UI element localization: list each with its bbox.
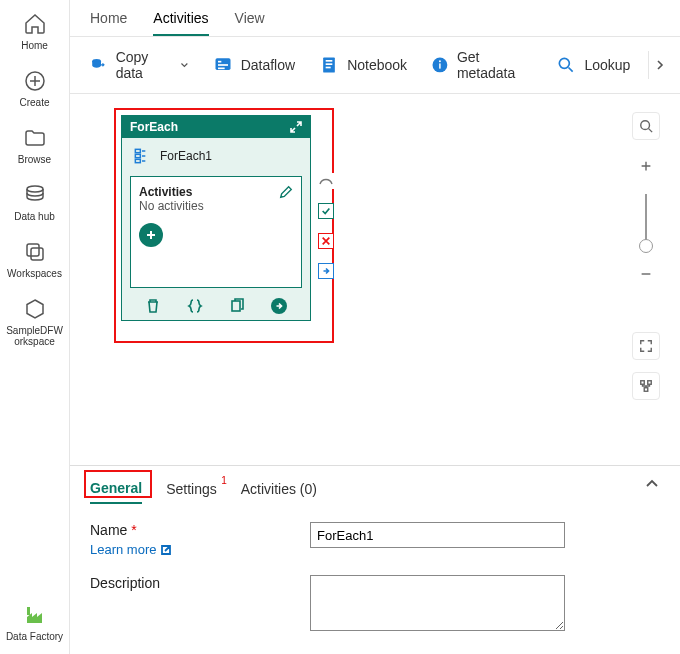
zoom-fit-button[interactable] bbox=[632, 332, 660, 360]
collapse-panel-chevron[interactable] bbox=[644, 476, 660, 492]
prop-tab-settings-label: Settings bbox=[166, 481, 217, 497]
home-icon bbox=[23, 12, 47, 36]
property-tabs: General Settings 1 Activities (0) bbox=[90, 476, 660, 504]
prop-tab-settings-badge: 1 bbox=[221, 475, 227, 486]
svg-point-22 bbox=[641, 121, 650, 130]
toolbar-lookup[interactable]: Lookup bbox=[546, 49, 640, 81]
toolbar-dataflow[interactable]: Dataflow bbox=[203, 49, 305, 81]
zoom-slider-thumb[interactable] bbox=[639, 239, 653, 253]
name-field-label: Name bbox=[90, 522, 127, 538]
zoom-slider-track[interactable] bbox=[645, 194, 647, 246]
zoom-in-button[interactable] bbox=[632, 152, 660, 180]
required-asterisk: * bbox=[131, 522, 136, 538]
info-circle-icon bbox=[431, 55, 449, 75]
learn-more-link[interactable]: Learn more bbox=[90, 542, 172, 557]
fit-icon bbox=[639, 339, 653, 353]
braces-icon[interactable] bbox=[187, 298, 203, 314]
svg-rect-24 bbox=[648, 381, 652, 385]
toolbar-dataflow-label: Dataflow bbox=[241, 57, 295, 73]
rail-datahub[interactable]: Data hub bbox=[5, 177, 65, 234]
copy-data-icon bbox=[90, 55, 108, 75]
foreach-card-header[interactable]: ForEach bbox=[122, 116, 310, 138]
plus-circle-icon bbox=[23, 69, 47, 93]
workspaces-icon bbox=[23, 240, 47, 264]
rail-browse-label: Browse bbox=[18, 154, 51, 165]
go-to-button[interactable] bbox=[271, 298, 287, 314]
main-area: Home Activities View Copy data Dataflow … bbox=[70, 0, 680, 654]
toolbar-overflow[interactable] bbox=[648, 51, 670, 79]
foreach-loop-icon bbox=[132, 146, 152, 166]
toolbar-copy-data[interactable]: Copy data bbox=[80, 43, 199, 87]
toolbar-notebook[interactable]: Notebook bbox=[309, 49, 417, 81]
chevron-right-icon bbox=[654, 59, 666, 71]
activity-toolbar: Copy data Dataflow Notebook Get metadata bbox=[70, 37, 680, 94]
top-tab-home[interactable]: Home bbox=[90, 6, 127, 36]
plus-icon bbox=[639, 159, 653, 173]
left-nav-rail: Home Create Browse Data hub Workspaces S… bbox=[0, 0, 70, 654]
foreach-header-title: ForEach bbox=[130, 120, 178, 134]
prop-tab-settings[interactable]: Settings 1 bbox=[166, 477, 217, 503]
svg-rect-21 bbox=[232, 301, 240, 311]
pencil-icon[interactable] bbox=[279, 185, 293, 199]
top-tab-view[interactable]: View bbox=[235, 6, 265, 36]
svg-rect-4 bbox=[27, 607, 30, 615]
auto-align-icon bbox=[639, 379, 653, 393]
toolbar-get-metadata[interactable]: Get metadata bbox=[421, 43, 542, 87]
svg-rect-20 bbox=[135, 159, 140, 162]
name-input[interactable] bbox=[310, 522, 565, 548]
connector-completion[interactable] bbox=[318, 263, 334, 279]
search-icon bbox=[639, 119, 653, 133]
rail-browse[interactable]: Browse bbox=[5, 120, 65, 177]
rail-sample-workspace[interactable]: SampleDFW orkspace bbox=[5, 291, 65, 359]
foreach-activities-panel[interactable]: Activities No activities bbox=[130, 176, 302, 288]
rail-create-label: Create bbox=[19, 97, 49, 108]
prop-tab-general[interactable]: General bbox=[90, 476, 142, 504]
trash-icon[interactable] bbox=[145, 298, 161, 314]
svg-rect-18 bbox=[135, 149, 140, 152]
connector-fail[interactable] bbox=[318, 233, 334, 249]
toolbar-notebook-label: Notebook bbox=[347, 57, 407, 73]
minus-icon bbox=[639, 267, 653, 281]
svg-rect-25 bbox=[644, 388, 648, 392]
svg-rect-2 bbox=[27, 244, 39, 256]
svg-rect-9 bbox=[218, 68, 225, 70]
top-tabs: Home Activities View bbox=[70, 0, 680, 37]
svg-rect-15 bbox=[439, 64, 440, 69]
toolbar-get-metadata-label: Get metadata bbox=[457, 49, 533, 81]
auto-align-button[interactable] bbox=[632, 372, 660, 400]
pipeline-canvas[interactable]: ForEach ForEach1 Activities No activitie… bbox=[70, 94, 680, 465]
canvas-controls bbox=[630, 112, 662, 400]
foreach-footer-actions bbox=[122, 294, 310, 320]
plus-icon bbox=[145, 229, 157, 241]
connector-success[interactable] bbox=[318, 203, 334, 219]
dataflow-icon bbox=[213, 55, 233, 75]
svg-point-17 bbox=[560, 58, 570, 68]
foreach-activity-card[interactable]: ForEach ForEach1 Activities No activitie… bbox=[121, 115, 311, 321]
svg-rect-8 bbox=[218, 64, 228, 66]
folder-icon bbox=[23, 126, 47, 150]
description-textarea[interactable] bbox=[310, 575, 565, 631]
rail-workspaces[interactable]: Workspaces bbox=[5, 234, 65, 291]
chevron-down-icon bbox=[180, 60, 189, 70]
workspace-hex-icon bbox=[23, 297, 47, 321]
add-activity-button[interactable] bbox=[139, 223, 163, 247]
rail-datahub-label: Data hub bbox=[14, 211, 55, 222]
zoom-out-button[interactable] bbox=[632, 260, 660, 288]
top-tab-activities[interactable]: Activities bbox=[153, 6, 208, 36]
rail-home[interactable]: Home bbox=[5, 6, 65, 63]
connector-skip[interactable] bbox=[318, 173, 334, 189]
svg-point-16 bbox=[439, 60, 441, 62]
rail-create[interactable]: Create bbox=[5, 63, 65, 120]
svg-rect-19 bbox=[135, 154, 140, 157]
expand-icon[interactable] bbox=[290, 121, 302, 133]
canvas-search-button[interactable] bbox=[632, 112, 660, 140]
highlight-foreach-activity: ForEach ForEach1 Activities No activitie… bbox=[114, 108, 334, 343]
rail-workspaces-label: Workspaces bbox=[7, 268, 62, 279]
foreach-name-row: ForEach1 bbox=[122, 138, 310, 172]
learn-more-text: Learn more bbox=[90, 542, 156, 557]
activities-empty-text: No activities bbox=[139, 199, 204, 213]
toolbar-copy-data-label: Copy data bbox=[116, 49, 172, 81]
prop-tab-activities[interactable]: Activities (0) bbox=[241, 477, 317, 503]
copy-icon[interactable] bbox=[229, 298, 245, 314]
rail-data-factory[interactable]: Data Factory bbox=[5, 597, 65, 654]
